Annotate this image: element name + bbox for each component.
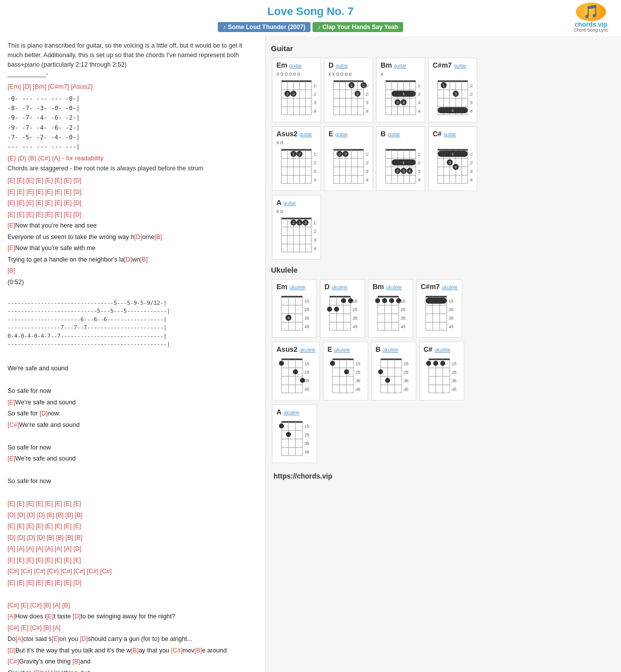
svg-text:4fr: 4fr [418, 177, 421, 182]
svg-text:2: 2 [298, 152, 301, 156]
svg-text:1: 1 [298, 220, 301, 225]
svg-text:2fr: 2fr [452, 370, 456, 375]
right-column: Guitar Em guitar o o o o o o [265, 36, 621, 672]
svg-text:2fr: 2fr [366, 92, 369, 97]
svg-text:1: 1 [403, 160, 405, 165]
svg-text:2fr: 2fr [449, 307, 453, 312]
svg-text:3fr: 3fr [404, 378, 408, 383]
svg-point-216 [348, 298, 353, 303]
left-column: This is piano transcribed for guitar, so… [0, 36, 265, 672]
svg-text:3fr: 3fr [304, 316, 309, 321]
svg-text:4fr: 4fr [470, 109, 473, 114]
verse-chords-1: [E] [E] [E] [E] [E] [E] [E] [D] [E] [E] … [8, 175, 258, 288]
a-guitar-diagram: 1fr 2fr 3fr 4fr 2 1 3 [276, 214, 317, 255]
chord-b-ukulele: B ukulele 1fr 2fr [371, 342, 416, 400]
svg-text:2fr: 2fr [470, 160, 473, 165]
svg-text:2fr: 2fr [404, 370, 408, 375]
svg-text:1fr: 1fr [366, 152, 369, 157]
header: Love Song No. 7 ♪ Some Loud Thunder (200… [0, 0, 621, 36]
asus2-guitar-diagram: 1fr 2fr 3fr 4fr 1 2 [276, 146, 317, 186]
svg-text:4fr: 4fr [366, 177, 369, 182]
svg-text:1fr: 1fr [314, 220, 317, 226]
svg-text:4fr: 4fr [418, 109, 421, 114]
stagger-note: Chords are staggered - the root note is … [8, 165, 258, 172]
lyrics-block: We're safe and sound So safe for now [E]… [8, 352, 258, 672]
svg-text:2fr: 2fr [470, 92, 473, 97]
b-ukulele-diagram: 1fr 2fr 3fr 4fr [376, 355, 408, 395]
b-guitar-diagram: 1fr 2fr 3fr 4fr 1 2 3 4 [381, 146, 421, 186]
page-title: Love Song No. 7 [10, 5, 611, 18]
svg-text:3fr: 3fr [449, 316, 453, 321]
svg-text:1fr: 1fr [401, 299, 405, 304]
svg-text:2fr: 2fr [314, 92, 317, 97]
artist-icon: ♪ [318, 24, 321, 31]
svg-text:2: 2 [363, 83, 365, 88]
csharpm7-guitar-diagram: 1fr 2fr 3fr 4fr 1 1 3 [433, 77, 473, 117]
svg-text:3: 3 [357, 92, 359, 96]
svg-text:4fr: 4fr [304, 450, 309, 455]
svg-text:2fr: 2fr [401, 307, 405, 312]
svg-text:2fr: 2fr [304, 307, 309, 312]
chord-e-guitar: E guitar [324, 126, 373, 191]
svg-text:3fr: 3fr [314, 169, 317, 174]
svg-text:3fr: 3fr [304, 378, 309, 383]
svg-text:1fr: 1fr [470, 83, 473, 88]
svg-point-233 [396, 298, 401, 303]
bm-guitar-diagram: 1fr 2fr 3fr 4fr 1 3 4 [381, 77, 421, 117]
svg-text:3fr: 3fr [353, 316, 357, 321]
bm-ukulele-diagram: 1fr 2fr 3fr 4fr [373, 293, 405, 333]
svg-text:3fr: 3fr [470, 169, 473, 174]
svg-text:1fr: 1fr [314, 83, 317, 88]
svg-text:2fr: 2fr [353, 307, 357, 312]
e-ukulele-diagram: 1fr 2fr 3fr 4fr [328, 355, 360, 395]
album-badge[interactable]: ♪ Some Loud Thunder (2007) [218, 22, 310, 32]
svg-text:3fr: 3fr [366, 100, 369, 105]
svg-text:4: 4 [455, 165, 457, 169]
svg-point-230 [375, 298, 380, 303]
svg-text:2fr: 2fr [304, 432, 309, 437]
svg-rect-247 [426, 298, 447, 304]
website-url[interactable]: https://chords.vip [271, 468, 616, 484]
svg-point-215 [341, 298, 346, 303]
badges: ♪ Some Loud Thunder (2007) ♪ Clap Your H… [10, 22, 611, 32]
svg-text:3: 3 [304, 220, 307, 225]
svg-text:2fr: 2fr [304, 370, 309, 375]
svg-point-213 [327, 307, 332, 312]
svg-point-231 [382, 298, 387, 303]
svg-text:1fr: 1fr [304, 299, 309, 304]
chord-em-ukulele: Em ukulele 1fr 2fr [272, 279, 317, 338]
svg-text:3: 3 [292, 92, 295, 96]
svg-point-232 [389, 298, 394, 303]
svg-text:3fr: 3fr [470, 100, 473, 105]
csharpm7-ukulele-diagram: 1fr 2fr 3fr 4fr [421, 293, 453, 333]
svg-text:2: 2 [339, 152, 341, 156]
artist-badge[interactable]: ♪ Clap Your Hands Say Yeah [313, 22, 403, 32]
svg-point-278 [344, 369, 349, 374]
svg-text:3fr: 3fr [366, 169, 369, 174]
svg-text:2fr: 2fr [314, 160, 317, 165]
svg-text:1fr: 1fr [404, 361, 408, 366]
svg-text:3: 3 [455, 92, 457, 96]
svg-text:1: 1 [351, 83, 353, 88]
d-guitar-diagram: 1fr 2fr 3fr 4fr 1 3 2 [329, 77, 369, 117]
svg-text:1fr: 1fr [418, 83, 421, 88]
svg-text:1: 1 [452, 108, 454, 113]
svg-text:1fr: 1fr [418, 152, 421, 157]
chord-a-ukulele: A ukulele 1fr 2fr [272, 404, 317, 463]
svg-text:2fr: 2fr [314, 229, 317, 234]
svg-text:3: 3 [345, 152, 347, 156]
svg-text:4fr: 4fr [314, 109, 317, 114]
svg-text:3fr: 3fr [418, 169, 421, 174]
svg-text:4fr: 4fr [452, 387, 456, 392]
svg-text:4fr: 4fr [304, 387, 309, 392]
svg-text:4: 4 [287, 316, 290, 320]
svg-text:4fr: 4fr [366, 109, 369, 114]
svg-point-308 [433, 361, 438, 366]
svg-text:3fr: 3fr [314, 238, 317, 243]
chord-a-guitar: A guitar x o [272, 195, 321, 260]
svg-text:1fr: 1fr [353, 299, 357, 304]
chord-d-guitar: D guitar x x o o o o [324, 58, 373, 122]
svg-text:1: 1 [452, 152, 454, 156]
readability-note: (E) (D) (B) (C#) (A) - for readability [8, 155, 258, 162]
d-ukulele-diagram: 1fr 2fr 3fr 4fr [325, 293, 357, 333]
